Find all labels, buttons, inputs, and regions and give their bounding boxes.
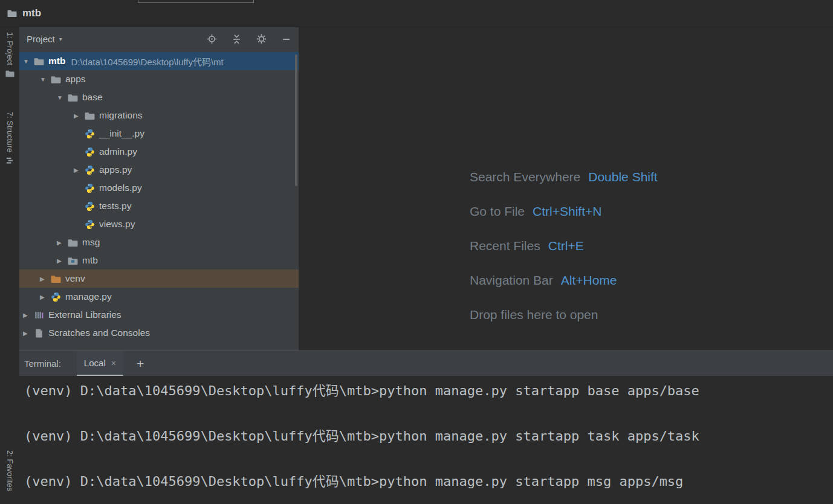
project-tool-window: Project ▾ ▼mtbD:\data\1045699\Desktop\lu… <box>19 27 299 351</box>
folder-icon <box>68 237 78 248</box>
tree-row-base[interactable]: ▼base <box>19 88 299 106</box>
close-icon[interactable]: × <box>111 358 116 368</box>
tree-row-scratches-and-consoles[interactable]: ▶Scratches and Consoles <box>19 324 299 342</box>
tree-item-label: msg <box>82 237 100 248</box>
terminal-tab-local[interactable]: Local × <box>77 351 123 376</box>
hide-panel-button[interactable] <box>281 34 291 44</box>
project-panel-title[interactable]: Project <box>27 34 55 44</box>
chevron-down-icon[interactable]: ▾ <box>59 36 62 42</box>
terminal-panel: Terminal: Local × + (venv) D:\data\10456… <box>19 351 833 504</box>
python-file-icon <box>51 292 61 302</box>
folder-icon <box>51 74 61 85</box>
tree-item-label: base <box>82 92 103 103</box>
external-libraries-icon <box>34 310 44 320</box>
tree-row-venv[interactable]: ▶venv <box>19 270 299 288</box>
shortcut-hint-drop-files-here-to-open: Drop files here to open <box>470 308 658 322</box>
project-panel-header: Project ▾ <box>19 27 299 50</box>
tree-row-manage-py[interactable]: ▶manage.py <box>19 288 299 306</box>
shortcut-keystroke: Double Shift <box>588 170 657 184</box>
folder-icon <box>34 56 44 66</box>
tree-expand-arrow-icon[interactable]: ▶ <box>40 294 51 300</box>
tree-row-models-py[interactable]: models.py <box>19 179 299 197</box>
tree-row-tests-py[interactable]: tests.py <box>19 197 299 215</box>
structure-tool-icon <box>5 156 15 165</box>
shortcut-action-label: Go to File <box>470 204 525 218</box>
shortcut-action-label: Recent Files <box>470 239 540 253</box>
terminal-header: Terminal: Local × + <box>19 351 833 376</box>
tree-item-label: manage.py <box>65 291 112 302</box>
editor-area[interactable]: Search EverywhereDouble ShiftGo to FileC… <box>299 27 833 351</box>
stripe-structure-label: 7: Structure <box>5 112 15 152</box>
locate-icon <box>207 34 217 44</box>
stripe-button-structure[interactable]: 7: Structure <box>0 112 19 165</box>
editor-shortcut-hints: Search EverywhereDouble ShiftGo to FileC… <box>470 170 658 342</box>
minimize-icon <box>281 34 291 44</box>
shortcut-keystroke: Ctrl+E <box>548 239 584 253</box>
project-file-tree: ▼mtbD:\data\1045699\Desktop\luffy代码\mt▼a… <box>19 52 299 342</box>
shortcut-hint-go-to-file: Go to FileCtrl+Shift+N <box>470 204 658 219</box>
tree-expand-arrow-icon[interactable]: ▼ <box>40 76 51 83</box>
locate-button[interactable] <box>207 34 217 44</box>
shortcut-hint-search-everywhere: Search EverywhereDouble Shift <box>470 170 658 184</box>
tree-row-msg[interactable]: ▶msg <box>19 233 299 251</box>
title-bar: mtb <box>0 0 833 27</box>
tree-expand-arrow-icon[interactable]: ▶ <box>23 312 34 318</box>
tree-row-apps-py[interactable]: ▶apps.py <box>19 161 299 179</box>
tree-expand-arrow-icon[interactable]: ▼ <box>57 94 68 101</box>
package-folder-icon <box>68 256 78 266</box>
window-title: mtb <box>22 7 41 19</box>
tree-row-mtb[interactable]: ▼mtbD:\data\1045699\Desktop\luffy代码\mt <box>19 52 299 70</box>
tree-expand-arrow-icon[interactable]: ▶ <box>23 330 34 337</box>
tree-item-label: mtb <box>48 56 65 66</box>
terminal-output[interactable]: (venv) D:\data\1045699\Desktop\luffy代码\m… <box>19 376 833 489</box>
top-tab-artifact <box>138 0 254 3</box>
tree-expand-arrow-icon[interactable]: ▼ <box>23 58 34 65</box>
tree-item-label: __init__.py <box>99 128 144 139</box>
gear-icon <box>256 34 267 44</box>
folder-icon <box>85 111 95 121</box>
tree-row-admin-py[interactable]: admin.py <box>19 143 299 161</box>
tree-row-migrations[interactable]: ▶migrations <box>19 106 299 124</box>
python-file-icon <box>85 147 95 157</box>
collapse-all-icon <box>232 34 242 44</box>
collapse-all-button[interactable] <box>232 34 242 44</box>
shortcut-action-label: Navigation Bar <box>470 273 553 287</box>
tree-expand-arrow-icon[interactable]: ▶ <box>57 257 68 264</box>
tree-item-label: views.py <box>99 219 135 230</box>
project-path-hint: D:\data\1045699\Desktop\luffy代码\mt <box>71 55 223 68</box>
settings-gear-button[interactable] <box>256 34 267 44</box>
new-terminal-button[interactable]: + <box>128 357 152 371</box>
tree-expand-arrow-icon[interactable]: ▶ <box>74 112 85 119</box>
shortcut-keystroke: Alt+Home <box>561 273 617 287</box>
tree-item-label: mtb <box>82 255 98 266</box>
tree-row-init-py[interactable]: __init__.py <box>19 124 299 143</box>
tree-item-label: admin.py <box>99 146 137 157</box>
folder-icon <box>68 92 78 103</box>
tree-item-label: External Libraries <box>48 309 122 320</box>
tree-expand-arrow-icon[interactable]: ▶ <box>57 239 68 246</box>
tree-row-external-libraries[interactable]: ▶External Libraries <box>19 306 299 324</box>
scrollbar-thumb[interactable] <box>295 54 297 186</box>
python-file-icon <box>85 129 95 139</box>
ide-window: mtb 1: Project 7: Structure 2: Favorites… <box>0 0 833 504</box>
tree-item-label: apps <box>65 74 86 85</box>
terminal-command-line: (venv) D:\data\1045699\Desktop\luffy代码\m… <box>24 474 833 489</box>
tree-row-views-py[interactable]: views.py <box>19 215 299 233</box>
stripe-project-label: 1: Project <box>5 32 15 65</box>
tree-expand-arrow-icon[interactable]: ▶ <box>40 276 51 282</box>
terminal-label: Terminal: <box>19 358 67 369</box>
tree-item-label: Scratches and Consoles <box>48 328 150 338</box>
project-tool-icon <box>5 69 15 78</box>
tree-row-apps[interactable]: ▼apps <box>19 70 299 88</box>
stripe-button-project[interactable]: 1: Project <box>0 32 19 78</box>
tree-item-label: apps.py <box>99 164 132 175</box>
shortcut-hint-recent-files: Recent FilesCtrl+E <box>470 239 658 253</box>
excluded-folder-icon <box>51 274 61 284</box>
stripe-button-favorites[interactable]: 2: Favorites <box>0 450 19 491</box>
tree-expand-arrow-icon[interactable]: ▶ <box>74 167 85 173</box>
tree-row-mtb[interactable]: ▶mtb <box>19 251 299 270</box>
tree-item-label: tests.py <box>99 201 131 212</box>
shortcut-action-label: Search Everywhere <box>470 170 580 184</box>
tool-window-stripe: 1: Project 7: Structure 2: Favorites <box>0 27 19 504</box>
python-file-icon <box>85 201 95 212</box>
